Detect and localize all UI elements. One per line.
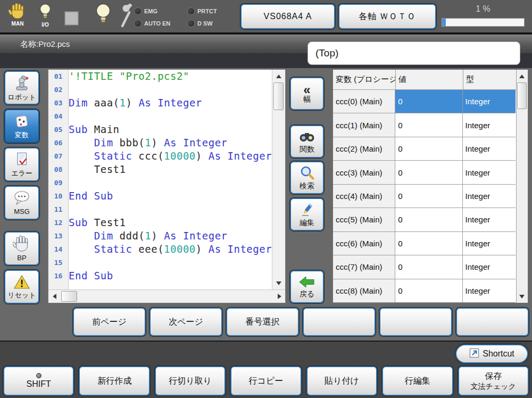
sidebar-item-msg[interactable]: MSG — [4, 186, 39, 220]
function-key-row: SHIFT新行作成行切り取り行コピー貼り付け行編集保存文法チェック — [3, 366, 529, 396]
column-header: 型 — [463, 70, 517, 90]
sidebar-item-label: MSG — [14, 208, 30, 215]
top-toolbar: MAN I/O EMGPRTCTAUTO END SW VS068A4 A 各軸… — [0, 0, 532, 35]
scroll-left-button[interactable] — [48, 291, 60, 302]
page-button-label: 番号選択 — [246, 317, 280, 328]
teach-pendant-screen: MAN I/O EMGPRTCTAUTO END SW VS068A4 A 各軸… — [0, 0, 532, 398]
editor-vertical-scrollbar[interactable] — [272, 70, 285, 289]
function-button-edit-line[interactable]: 行編集 — [382, 366, 453, 396]
table-row[interactable]: ccc(1) (Main)0Integer — [333, 113, 516, 137]
sidebar-item-bp[interactable]: BP — [4, 231, 39, 266]
table-cell: ccc(5) (Main) — [333, 208, 395, 231]
axis-mode-button[interactable]: 各軸 ＷＯＴＯ — [338, 4, 436, 29]
table-cell: Integer — [463, 279, 516, 303]
code-line: Dim bbb(1) As Integer — [69, 136, 272, 150]
code-line — [69, 83, 272, 96]
scroll-down-button[interactable] — [517, 291, 527, 302]
robot-type-label: VS068A4 A — [264, 12, 312, 21]
man-label: MAN — [12, 21, 24, 27]
robot-icon — [13, 74, 30, 93]
io-label: I/O — [41, 22, 48, 28]
function-button-save-syntax-check[interactable]: 保存文法チェック — [458, 366, 529, 396]
scrollbar-thumb[interactable] — [517, 82, 527, 109]
table-cell: 0 — [395, 185, 462, 208]
table-cell: ccc(8) (Main) — [333, 279, 395, 303]
variable-watch-table: 変数 (プロシージャ)値型 ccc(0) (Main)0Integerccc(1… — [332, 69, 528, 303]
shortcut-button[interactable]: Shortcut — [455, 344, 528, 363]
function-button-label: 新行作成 — [97, 376, 131, 387]
table-cell: Integer — [463, 232, 516, 255]
status-led-grid: EMGPRTCTAUTO END SW — [134, 5, 234, 29]
table-row[interactable]: ccc(5) (Main)0Integer — [333, 208, 516, 231]
tool-button-width[interactable]: «幅 — [290, 77, 324, 110]
scroll-right-button[interactable] — [273, 291, 285, 302]
function-button-copy-line[interactable]: 行コピー — [230, 366, 301, 396]
sidebar-item-label: エラー — [11, 169, 32, 177]
code-area[interactable]: '!TITLE "Pro2.pcs2"Dim aaa(1) As Integer… — [69, 70, 272, 289]
scope-top-box[interactable]: (Top) — [307, 42, 520, 65]
page-button-blank-2[interactable] — [379, 308, 452, 336]
status-led-emg: EMG — [134, 5, 186, 17]
tool-button-label: 戻る — [300, 290, 314, 298]
stop-square-icon — [64, 11, 79, 26]
line-number: 15 — [48, 256, 68, 269]
scroll-up-button[interactable] — [273, 70, 285, 82]
function-button-new-line[interactable]: 新行作成 — [79, 366, 149, 396]
function-button-label: 保存 — [485, 371, 502, 382]
line-number: 16 — [48, 269, 68, 283]
code-line: Sub Main — [69, 123, 272, 136]
code-line: Test1 — [69, 163, 272, 176]
line-number: 09 — [48, 176, 68, 189]
scroll-down-button[interactable] — [273, 277, 285, 289]
page-button-select-number[interactable]: 番号選択 — [226, 308, 299, 336]
io-bulb-icon — [38, 3, 52, 23]
table-row[interactable]: ccc(7) (Main)0Integer — [333, 255, 516, 279]
code-line: Sub Test1 — [69, 216, 272, 229]
tool-button-search[interactable]: 検索 — [290, 161, 324, 194]
page-button-blank-1[interactable] — [303, 308, 376, 336]
table-row[interactable]: ccc(0) (Main)0Integer — [333, 90, 516, 113]
line-number: 07 — [48, 150, 68, 163]
function-button-cut-line[interactable]: 行切り取り — [155, 366, 226, 396]
function-button-label: 行切り取り — [169, 376, 212, 387]
table-row[interactable]: ccc(4) (Main)0Integer — [333, 185, 516, 208]
tool-button-edit[interactable]: 編集 — [290, 198, 324, 231]
watch-table-body: ccc(0) (Main)0Integerccc(1) (Main)0Integ… — [333, 90, 516, 303]
sidebar-item-robot[interactable]: ロボット — [4, 71, 39, 105]
led-dot-icon — [134, 7, 142, 15]
page-button-blank-3[interactable] — [456, 308, 529, 336]
page-button-prev-page[interactable]: 前ページ — [73, 308, 146, 336]
table-cell: 0 — [395, 137, 462, 161]
code-line: Static ccc(10000) As Integer — [69, 150, 272, 163]
scrollbar-thumb[interactable] — [273, 82, 284, 110]
tool-button-back[interactable]: 戻る — [290, 270, 324, 303]
code-editor[interactable]: 01020304050607080910111213141516 '!TITLE… — [48, 69, 286, 303]
collapse-left-icon: « — [303, 85, 310, 95]
scrollbar-thumb[interactable] — [61, 291, 77, 302]
page-button-next-page[interactable]: 次ページ — [149, 308, 222, 336]
speed-percent-label: 1 % — [442, 4, 525, 17]
table-cell: 0 — [395, 208, 462, 231]
table-row[interactable]: ccc(8) (Main)0Integer — [333, 279, 516, 303]
table-row[interactable]: ccc(2) (Main)0Integer — [333, 137, 516, 161]
status-led-prtct: PRTCT — [187, 5, 234, 17]
sidebar-item-error[interactable]: エラー — [4, 147, 39, 181]
table-row[interactable]: ccc(6) (Main)0Integer — [333, 232, 516, 255]
tool-button-function[interactable]: 関数 — [290, 125, 324, 158]
function-button-shift[interactable]: SHIFT — [3, 366, 74, 396]
editor-horizontal-scrollbar[interactable] — [48, 289, 285, 303]
watch-table-header: 変数 (プロシージャ)値型 — [333, 70, 528, 90]
line-number: 14 — [48, 243, 68, 256]
shortcut-label: Shortcut — [483, 349, 514, 359]
line-number: 13 — [48, 229, 68, 243]
table-vertical-scrollbar[interactable] — [516, 70, 528, 303]
robot-type-button[interactable]: VS068A4 A — [240, 4, 335, 29]
code-line: Dim aaa(1) As Integer — [69, 96, 272, 110]
table-row[interactable]: ccc(3) (Main)0Integer — [333, 161, 516, 184]
hand-man-icon — [9, 3, 27, 22]
sidebar-item-reset[interactable]: リセット — [4, 270, 39, 304]
sidebar-item-variables[interactable]: 変数 — [4, 109, 39, 143]
led-dot-icon — [187, 20, 195, 27]
function-button-paste[interactable]: 貼り付け — [306, 366, 377, 396]
scroll-up-button[interactable] — [517, 70, 527, 82]
